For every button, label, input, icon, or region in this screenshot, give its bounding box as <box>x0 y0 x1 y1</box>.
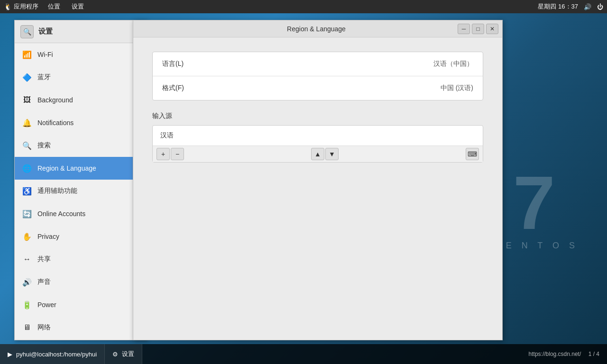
centos-version: 7 <box>490 165 579 241</box>
settings-taskbar-item[interactable]: ⚙ 设置 <box>105 344 142 364</box>
privacy-icon: ✋ <box>22 232 32 241</box>
app-menu-label[interactable]: 应用程序 <box>14 2 38 11</box>
location-menu[interactable]: 位置 <box>46 2 62 11</box>
wifi-icon: 📶 <box>22 50 32 59</box>
network-icon: 🖥 <box>22 323 32 332</box>
volume-icon[interactable]: 🔊 <box>584 3 591 10</box>
sidebar-item-power[interactable]: 🔋 Power <box>15 293 147 316</box>
power-icon[interactable]: ⏻ <box>597 3 603 10</box>
format-label: 格式(F) <box>162 84 184 92</box>
power-icon: 🔋 <box>22 300 32 309</box>
topbar: 🐧 应用程序 位置 设置 星期四 16：37 🔊 ⏻ <box>0 0 607 13</box>
language-row[interactable]: 语言(L) 汉语（中国） <box>153 52 483 76</box>
sidebar-item-label: Online Accounts <box>37 210 85 218</box>
app-menu[interactable]: 🐧 应用程序 <box>4 2 38 11</box>
sidebar-item-label: Power <box>37 301 56 309</box>
background-icon: 🖼 <box>22 96 32 104</box>
settings-header: 🔍 设置 <box>15 20 147 43</box>
settings-taskbar-icon: ⚙ <box>112 351 118 358</box>
sidebar-item-label: Wi-Fi <box>37 51 53 58</box>
sidebar-item-bluetooth[interactable]: 🔷 蓝牙 <box>15 66 147 89</box>
sidebar-item-label: 共享 <box>37 255 51 264</box>
app-icon: 🐧 <box>4 3 12 10</box>
topbar-left: 🐧 应用程序 位置 设置 <box>4 2 86 11</box>
sidebar-item-region[interactable]: 🌐 Region & Language <box>15 157 147 180</box>
sidebar-item-accessibility[interactable]: ♿ 通用辅助功能 <box>15 180 147 202</box>
remove-source-button[interactable]: − <box>171 148 184 160</box>
minimize-button[interactable]: ─ <box>458 24 470 34</box>
input-sources-title: 输入源 <box>152 112 483 120</box>
sidebar-item-background[interactable]: 🖼 Background <box>15 89 147 111</box>
language-label: 语言(L) <box>162 60 184 68</box>
accessibility-icon: ♿ <box>22 187 32 196</box>
add-source-button[interactable]: + <box>156 148 170 160</box>
input-source-item[interactable]: 汉语 <box>153 126 483 146</box>
page-info: 1 / 4 <box>589 351 599 357</box>
maximize-button[interactable]: □ <box>472 24 484 34</box>
sidebar-item-wifi[interactable]: 📶 Wi-Fi <box>15 43 147 66</box>
settings-title: 设置 <box>38 27 53 36</box>
sidebar-item-label: Region & Language <box>37 164 96 172</box>
dialog-controls: ─ □ ✕ <box>458 24 498 34</box>
format-row[interactable]: 格式(F) 中国 (汉语) <box>153 76 483 100</box>
format-value: 中国 (汉语) <box>441 84 473 92</box>
settings-taskbar-label: 设置 <box>122 350 134 358</box>
close-button[interactable]: ✕ <box>486 24 498 34</box>
sidebar-item-label: Notifications <box>37 119 74 127</box>
language-value: 汉语（中国） <box>433 60 473 68</box>
move-down-button[interactable]: ▼ <box>325 148 339 160</box>
search-icon: 🔍 <box>22 141 32 150</box>
sidebar-item-sharing[interactable]: ↔ 共享 <box>15 248 147 271</box>
search-button[interactable]: 🔍 <box>20 25 34 38</box>
region-icon: 🌐 <box>22 164 32 173</box>
sidebar-item-notifications[interactable]: 🔔 Notifications <box>15 111 147 134</box>
dialog-content: 语言(L) 汉语（中国） 格式(F) 中国 (汉语) 输入源 汉语 + − ▲ … <box>133 37 502 340</box>
keyboard-settings-button[interactable]: ⌨ <box>466 148 479 160</box>
topbar-right: 星期四 16：37 🔊 ⏻ <box>538 2 603 11</box>
sidebar-item-online-accounts[interactable]: 🔄 Online Accounts <box>15 202 147 225</box>
sidebar-item-privacy[interactable]: ✋ Privacy <box>15 225 147 248</box>
sidebar-item-label: 通用辅助功能 <box>37 187 77 195</box>
taskbar-right: https://blog.csdn.net/ 1 / 4 <box>521 351 607 357</box>
sidebar-item-label: 蓝牙 <box>37 73 51 82</box>
region-language-dialog: Region & Language ─ □ ✕ 语言(L) 汉语（中国） 格式(… <box>133 20 503 340</box>
sidebar-item-search[interactable]: 🔍 搜索 <box>15 134 147 157</box>
sidebar-item-label: 搜索 <box>37 141 51 150</box>
bluetooth-icon: 🔷 <box>22 73 32 82</box>
sound-icon: 🔊 <box>22 278 32 287</box>
terminal-label: pyhui@localhost:/home/pyhui <box>16 351 97 358</box>
centos-logo: 7 C E N T O S <box>490 165 579 251</box>
taskbar: ▶ pyhui@localhost:/home/pyhui ⚙ 设置 https… <box>0 344 607 364</box>
language-format-card: 语言(L) 汉语（中国） 格式(F) 中国 (汉语) <box>152 52 483 100</box>
dialog-titlebar: Region & Language ─ □ ✕ <box>133 20 502 37</box>
sidebar-item-network[interactable]: 🖥 网络 <box>15 316 147 339</box>
sidebar-item-sound[interactable]: 🔊 声音 <box>15 271 147 293</box>
url-display: https://blog.csdn.net/ <box>529 351 581 357</box>
sidebar-item-label: 网络 <box>37 323 51 332</box>
sidebar-item-label: Background <box>37 96 73 104</box>
time-display: 星期四 16：37 <box>538 2 578 11</box>
dialog-title: Region & Language <box>175 25 458 33</box>
move-up-button[interactable]: ▲ <box>311 148 324 160</box>
terminal-taskbar-item[interactable]: ▶ pyhui@localhost:/home/pyhui <box>0 344 105 364</box>
sharing-icon: ↔ <box>22 255 32 264</box>
settings-list: 📶 Wi-Fi 🔷 蓝牙 🖼 Background 🔔 Notification… <box>15 43 147 340</box>
online-accounts-icon: 🔄 <box>22 209 32 218</box>
settings-window: 🔍 设置 📶 Wi-Fi 🔷 蓝牙 🖼 Background 🔔 Notific… <box>14 20 147 340</box>
sidebar-item-label: Privacy <box>37 233 59 240</box>
input-sources-card: 汉语 + − ▲ ▼ ⌨ <box>152 125 483 163</box>
centos-name: C E N T O S <box>490 241 579 251</box>
input-sources-toolbar: + − ▲ ▼ ⌨ <box>153 146 483 162</box>
settings-menu[interactable]: 设置 <box>70 2 86 11</box>
notifications-icon: 🔔 <box>22 118 32 127</box>
sidebar-item-label: 声音 <box>37 278 51 286</box>
terminal-icon: ▶ <box>8 351 12 358</box>
